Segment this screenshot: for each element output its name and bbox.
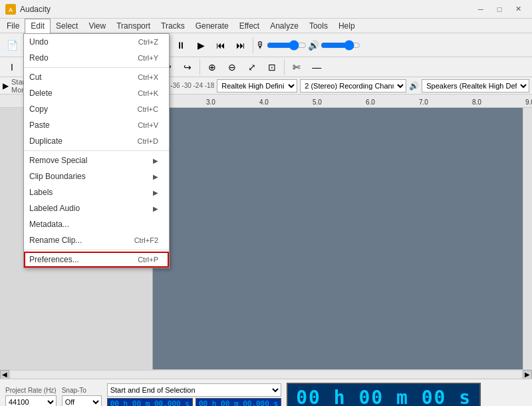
ruler-tick-5: 5.0 [313,99,366,106]
menu-view[interactable]: View [83,19,111,33]
redo-btn[interactable]: ↪ [178,58,197,77]
selection-section: Start and End of Selection 00 h 00 m 00.… [107,383,281,406]
menu-tracks[interactable]: Tracks [156,19,190,33]
menu-undo[interactable]: Undo Ctrl+Z [24,34,169,50]
toolbar-sep3 [253,37,253,53]
scrollbar-vertical[interactable] [523,108,532,369]
toolbar-sep8 [284,59,285,75]
ruler-tick-7: 7.0 [419,99,472,106]
output-volume-slider[interactable] [321,40,360,51]
menu-clip-boundaries[interactable]: Clip Boundaries ▶ [24,168,169,184]
zoom-sel-btn[interactable]: ⊡ [263,58,281,77]
zoom-out-btn[interactable]: ⊖ [223,58,241,77]
edit-dropdown-menu: Undo Ctrl+Z Redo Ctrl+Y Cut Ctrl+X Delet… [23,33,170,268]
menu-paste[interactable]: Paste Ctrl+V [24,117,169,133]
speaker-icon: 🔊 [308,40,319,51]
toolbar-skip-end[interactable]: ⏭ [231,36,250,55]
menu-redo[interactable]: Redo Ctrl+Y [24,50,169,66]
toolbar-pause[interactable]: ⏸ [172,36,190,55]
title-bar: A Audacity ─ □ ✕ [0,0,532,19]
menu-metadata[interactable]: Metadata... [24,216,169,232]
snap-to-label: Snap-To [62,387,102,394]
ruler-tick-8: 8.0 [472,99,525,106]
menu-copy[interactable]: Copy Ctrl+C [24,101,169,117]
scroll-left-btn[interactable]: ◀ [0,370,9,379]
toolbar-sep7 [200,59,200,75]
menu-edit[interactable]: Edit [25,19,51,33]
menu-labels[interactable]: Labels ▶ [24,184,169,200]
playback-icon: ▶ [3,81,9,91]
maximize-button[interactable]: □ [491,3,508,16]
menu-delete[interactable]: Delete Ctrl+K [24,85,169,101]
menu-duplicate[interactable]: Duplicate Ctrl+D [24,133,169,149]
input-volume-slider[interactable] [267,40,307,51]
menu-sep2 [24,150,169,151]
track-canvas [153,108,523,369]
menu-rename-clip[interactable]: Rename Clip... Ctrl+F2 [24,232,169,248]
menu-labeled-audio[interactable]: Labeled Audio ▶ [24,200,169,216]
toolbar-new[interactable]: 📄 [3,36,21,55]
menu-sep3 [24,250,169,250]
selection-type-select[interactable]: Start and End of Selection [107,383,281,397]
tool-select[interactable]: I [3,58,21,77]
silence-btn[interactable]: — [307,58,326,77]
toolbar-skip-start[interactable]: ⏮ [211,36,230,55]
snap-to-select[interactable]: Off [62,395,102,407]
menu-bar: File Edit Select View Transport Tracks G… [0,19,532,33]
ruler-tick-4: 4.0 [259,99,313,106]
close-button[interactable]: ✕ [509,3,527,16]
time-inputs: 00 h 00 m 00.000 s 00 h 00 m 00.000 s [107,398,281,406]
menu-cut[interactable]: Cut Ctrl+X [24,69,169,85]
menu-select[interactable]: Select [51,19,83,33]
status-bar: Project Rate (Hz) 44100 Snap-To Off Star… [0,379,532,406]
menu-analyze[interactable]: Analyze [265,19,304,33]
trim-btn[interactable]: ✄ [287,58,306,77]
minimize-button[interactable]: ─ [472,3,489,16]
scroll-right-btn[interactable]: ▶ [523,370,532,379]
window-controls: ─ □ ✕ [472,3,527,16]
time-input-2[interactable]: 00 h 00 m 00.000 s [196,398,281,406]
ruler-tick-3: 3.0 [206,99,259,106]
realtek-select[interactable]: Realtek High Defini [217,79,297,93]
zoom-fit-btn[interactable]: ⤢ [243,58,261,77]
ruler-tick-9: 9.0 [525,99,532,106]
ruler-tick-6: 6.0 [366,99,419,106]
speakers-select[interactable]: Speakers (Realtek High Definiti [422,79,529,93]
snap-section: Snap-To Off [62,387,102,407]
menu-tools[interactable]: Tools [304,19,333,33]
scrollbar-horizontal[interactable]: ◀ ▶ [0,369,532,379]
toolbar-play[interactable]: ▶ [192,36,210,55]
menu-remove-special[interactable]: Remove Special ▶ [24,152,169,168]
big-timer: 00 h 00 m 00 s [287,383,481,407]
scroll-track[interactable] [11,371,521,378]
menu-preferences[interactable]: Preferences... Ctrl+P [24,252,169,268]
menu-file[interactable]: File [1,19,25,33]
recording-channel-select[interactable]: 2 (Stereo) Recording Chann [300,79,406,93]
speaker-icon2: 🔊 [409,81,419,91]
menu-help[interactable]: Help [333,19,360,33]
time-input-1[interactable]: 00 h 00 m 00.000 s [107,398,193,406]
svg-text:A: A [9,7,13,13]
menu-transport[interactable]: Transport [111,19,156,33]
project-rate-label: Project Rate (Hz) [5,387,57,394]
menu-effect[interactable]: Effect [234,19,265,33]
menu-generate[interactable]: Generate [190,19,234,33]
app-icon: A [5,4,16,15]
window-title: Audacity [20,5,472,14]
zoom-in-btn[interactable]: ⊕ [203,58,221,77]
mic-icon: 🎙 [256,40,265,51]
project-rate-section: Project Rate (Hz) 44100 [5,387,57,407]
menu-sep1 [24,67,169,68]
